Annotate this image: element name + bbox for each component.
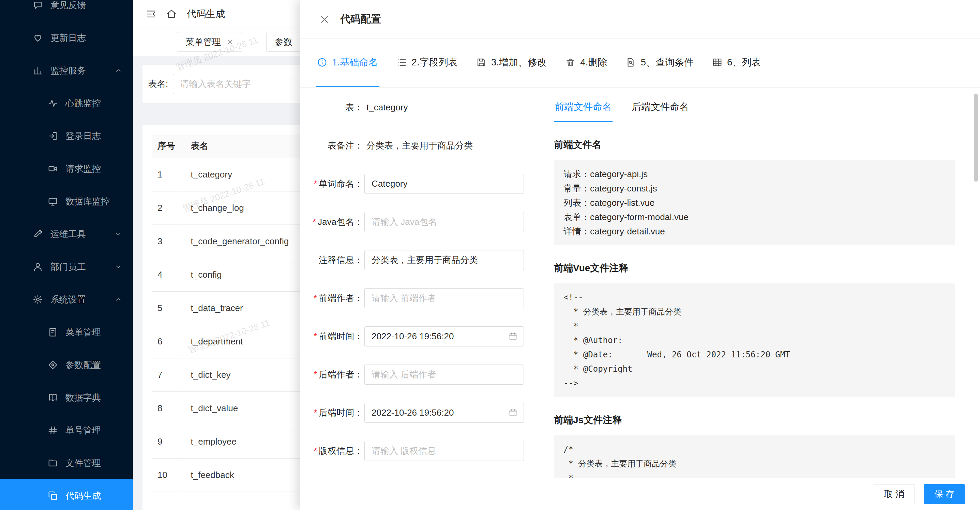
filename-line: 详情：category-detail.vue bbox=[563, 224, 946, 238]
menu-fold-icon[interactable] bbox=[146, 9, 156, 19]
form-row-copyright: *版权信息： bbox=[300, 441, 539, 461]
sidebar-item-label: 请求监控 bbox=[65, 163, 101, 175]
field-label: *后端时间： bbox=[300, 407, 363, 419]
cancel-button[interactable]: 取 消 bbox=[873, 484, 915, 504]
sidebar-group-settings[interactable]: 系统设置 bbox=[0, 283, 133, 316]
sidebar-item-changelog[interactable]: 更新日志 bbox=[0, 21, 133, 54]
trash-icon bbox=[565, 57, 575, 67]
required-mark: * bbox=[313, 331, 317, 342]
calendar-icon[interactable] bbox=[508, 332, 518, 341]
step-label: 1.基础命名 bbox=[332, 56, 378, 69]
step-label: 6、列表 bbox=[727, 56, 761, 69]
field-label: 表备注： bbox=[300, 140, 363, 152]
backend-author-input[interactable] bbox=[364, 364, 524, 384]
sidebar-item-label: 菜单管理 bbox=[65, 326, 101, 338]
calendar-icon[interactable] bbox=[508, 408, 518, 417]
step-label: 4.删除 bbox=[580, 56, 607, 69]
tab-backend-file-naming[interactable]: 后端文件命名 bbox=[631, 98, 690, 122]
page-title: 代码生成 bbox=[187, 8, 225, 21]
step-query-condition[interactable]: 5、查询条件 bbox=[624, 39, 695, 87]
row-index: 4 bbox=[152, 258, 181, 291]
tab-param[interactable]: 参数 bbox=[266, 32, 301, 52]
form-row-frontend-author: *前端作者： bbox=[300, 288, 539, 308]
video-icon bbox=[48, 164, 58, 174]
required-mark: * bbox=[313, 293, 317, 303]
row-index: 7 bbox=[152, 358, 181, 391]
sidebar-item-heartbeat[interactable]: 心跳监控 bbox=[0, 87, 133, 119]
row-index: 1 bbox=[152, 158, 181, 191]
wrench-icon bbox=[33, 229, 43, 239]
sidebar-item-file-manage[interactable]: 文件管理 bbox=[0, 446, 133, 479]
field-label: *后端作者： bbox=[300, 369, 363, 381]
row-index: 2 bbox=[152, 191, 181, 224]
tab-frontend-file-naming[interactable]: 前端文件命名 bbox=[554, 98, 612, 122]
form-row-java-package: *Java包名： bbox=[300, 212, 539, 232]
form-row-backend-time: *后端时间： bbox=[300, 403, 539, 423]
word-naming-input[interactable] bbox=[364, 174, 524, 194]
frontend-filenames-box: 请求：category-api.js 常量：category-const.js … bbox=[554, 160, 955, 245]
tab-menu-manage[interactable]: 菜单管理 bbox=[177, 32, 242, 52]
field-label: *前端时间： bbox=[300, 330, 363, 342]
sidebar-item-label: 数据库监控 bbox=[65, 195, 110, 208]
sidebar-item-menu-manage[interactable]: 菜单管理 bbox=[0, 316, 133, 348]
pulse-icon bbox=[48, 98, 58, 108]
row-index: 9 bbox=[152, 425, 181, 458]
preview-tabs: 前端文件命名 后端文件命名 bbox=[554, 98, 955, 122]
sidebar-item-db-monitor[interactable]: 数据库监控 bbox=[0, 185, 133, 218]
row-index: 8 bbox=[152, 391, 181, 425]
field-label: *单词命名： bbox=[300, 178, 363, 190]
form-row-frontend-time: *前端时间： bbox=[300, 326, 539, 346]
sidebar: 意见反馈 更新日志 监控服务 心跳监控 登录日志 请求监控 数据库监控 bbox=[0, 0, 133, 510]
code-config-drawer: 代码配置 1.基础命名 2.字段列表 3.增加、修改 4.删除 5、查询条件 6… bbox=[300, 0, 980, 510]
tab-label: 参数 bbox=[275, 36, 293, 48]
team-icon bbox=[33, 262, 43, 272]
form-row-comment-info: 注释信息： bbox=[300, 250, 539, 270]
sidebar-item-code-generator[interactable]: 代码生成 bbox=[0, 479, 133, 510]
close-icon[interactable] bbox=[226, 38, 234, 46]
sidebar-item-label: 单号管理 bbox=[65, 424, 101, 437]
field-label: *Java包名： bbox=[300, 216, 363, 228]
save-icon bbox=[476, 57, 487, 67]
step-delete[interactable]: 4.删除 bbox=[564, 39, 608, 87]
copyright-input[interactable] bbox=[364, 441, 524, 461]
home-icon[interactable] bbox=[166, 9, 177, 19]
backend-time-input[interactable] bbox=[364, 403, 524, 423]
step-field-list[interactable]: 2.字段列表 bbox=[395, 39, 459, 87]
sidebar-item-param-config[interactable]: 参数配置 bbox=[0, 348, 133, 381]
sidebar-item-feedback[interactable]: 意见反馈 bbox=[0, 0, 133, 21]
frontend-author-input[interactable] bbox=[364, 288, 524, 308]
hash-icon bbox=[48, 425, 58, 435]
required-mark: * bbox=[313, 369, 317, 380]
required-mark: * bbox=[313, 407, 317, 418]
sidebar-group-monitor[interactable]: 监控服务 bbox=[0, 54, 133, 87]
sidebar-item-label: 数据字典 bbox=[65, 392, 101, 404]
save-button[interactable]: 保 存 bbox=[924, 484, 965, 504]
form-row-table-comment: 表备注： 分类表，主要用于商品分类 bbox=[300, 136, 539, 156]
step-basic-naming[interactable]: 1.基础命名 bbox=[316, 39, 379, 87]
sidebar-group-department[interactable]: 部门员工 bbox=[0, 250, 133, 283]
filename-line: 常量：category-const.js bbox=[563, 181, 946, 195]
sidebar-item-label: 心跳监控 bbox=[65, 97, 101, 110]
frontend-time-input[interactable] bbox=[364, 326, 524, 346]
sidebar-item-data-dict[interactable]: 数据字典 bbox=[0, 381, 133, 414]
filename-line: 请求：category-api.js bbox=[563, 167, 946, 181]
sidebar-item-label: 代码生成 bbox=[65, 490, 101, 502]
java-package-input[interactable] bbox=[364, 212, 524, 232]
sidebar-item-serial-manage[interactable]: 单号管理 bbox=[0, 414, 133, 446]
login-icon bbox=[48, 131, 58, 141]
sidebar-item-label: 意见反馈 bbox=[51, 0, 86, 11]
step-add-edit[interactable]: 3.增加、修改 bbox=[475, 39, 548, 87]
comment-info-input[interactable] bbox=[364, 250, 524, 270]
sidebar-item-login-log[interactable]: 登录日志 bbox=[0, 119, 133, 152]
step-label: 3.增加、修改 bbox=[491, 56, 547, 69]
drawer-scrollbar[interactable] bbox=[974, 94, 978, 181]
sidebar-item-request-monitor[interactable]: 请求监控 bbox=[0, 152, 133, 185]
row-index: 3 bbox=[152, 224, 181, 258]
sidebar-menu: 意见反馈 更新日志 监控服务 心跳监控 登录日志 请求监控 数据库监控 bbox=[0, 0, 133, 510]
dictionary-icon bbox=[48, 392, 58, 403]
step-list[interactable]: 6、列表 bbox=[711, 39, 762, 87]
sidebar-group-ops-tools[interactable]: 运维工具 bbox=[0, 218, 133, 250]
required-mark: * bbox=[313, 446, 317, 456]
book-icon bbox=[48, 327, 58, 337]
close-icon[interactable] bbox=[319, 14, 330, 25]
